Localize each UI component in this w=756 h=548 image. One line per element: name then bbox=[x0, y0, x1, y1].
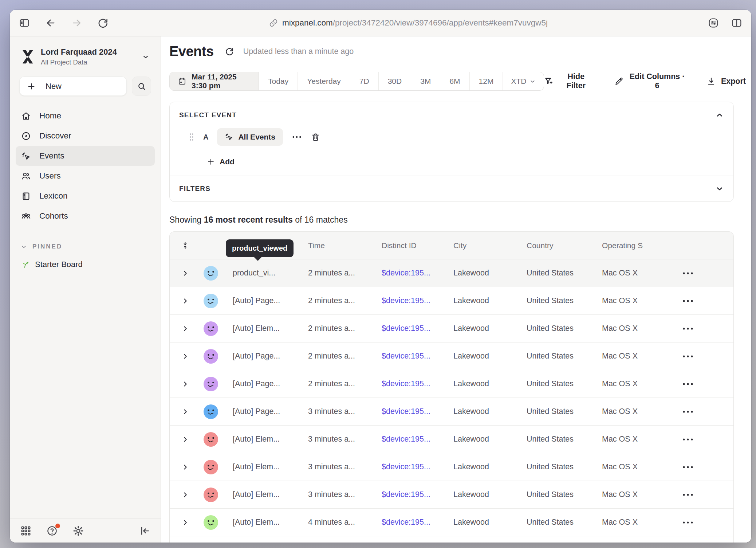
table-row[interactable]: [Auto] Elem...3 minutes a...$device:195.… bbox=[170, 453, 733, 481]
range-yesterday[interactable]: Yesterday bbox=[298, 72, 350, 90]
row-menu-button[interactable] bbox=[682, 327, 693, 330]
time-cell: 4 minutes a... bbox=[308, 518, 382, 527]
row-menu-button[interactable] bbox=[682, 300, 693, 302]
table-row[interactable]: [Auto] Page...2 minutes a...$device:195.… bbox=[170, 370, 733, 398]
range-12m[interactable]: 12M bbox=[470, 72, 503, 90]
distinct-id-link[interactable]: $device:195... bbox=[382, 490, 453, 499]
url-bar[interactable]: mixpanel.com/project/3472420/view/397469… bbox=[109, 18, 708, 28]
table-row[interactable]: [Auto] Page...2 minutes a...$device:195.… bbox=[170, 342, 733, 370]
row-expand-chevron[interactable] bbox=[181, 435, 189, 443]
sidebar-item-events[interactable]: Events bbox=[16, 146, 155, 166]
date-picker[interactable]: Mar 11, 2025 3:30 pm bbox=[170, 72, 259, 90]
range-xtd[interactable]: XTD bbox=[503, 72, 544, 90]
time-cell: 3 minutes a... bbox=[308, 407, 382, 416]
distinct-id-link[interactable]: $device:195... bbox=[382, 379, 453, 388]
browser-reload-icon[interactable] bbox=[97, 17, 109, 29]
table-row[interactable]: [Auto] Elem...2 minutes a...$device:195.… bbox=[170, 315, 733, 342]
column-header-country[interactable]: Country bbox=[527, 241, 602, 250]
collapse-section-chevron-up-icon[interactable] bbox=[715, 111, 724, 120]
row-expand-chevron[interactable] bbox=[181, 269, 189, 277]
row-expand-chevron[interactable] bbox=[181, 352, 189, 360]
sidebar: Lord Farquaad 2024 All Project Data New bbox=[10, 36, 161, 543]
search-button[interactable] bbox=[132, 77, 151, 96]
column-header-city[interactable]: City bbox=[453, 241, 527, 250]
sidebar-item-lexicon[interactable]: Lexicon bbox=[16, 186, 155, 206]
add-event-button[interactable]: Add bbox=[207, 157, 235, 166]
sidebar-item-users[interactable]: Users bbox=[16, 166, 155, 186]
city-cell: Lakewood bbox=[453, 269, 527, 278]
collapse-sidebar-icon[interactable] bbox=[139, 525, 150, 537]
event-name-cell: [Auto] Page... bbox=[233, 407, 308, 416]
range-today[interactable]: Today bbox=[259, 72, 298, 90]
browser-window: mixpanel.com/project/3472420/view/397469… bbox=[10, 10, 751, 543]
table-row[interactable]: [Auto] Page...2 minutes a...$device:195.… bbox=[170, 287, 733, 315]
distinct-id-link[interactable]: $device:195... bbox=[382, 462, 453, 471]
row-expand-chevron[interactable] bbox=[181, 380, 189, 388]
row-expand-chevron[interactable] bbox=[181, 297, 189, 305]
range-3m[interactable]: 3M bbox=[411, 72, 440, 90]
row-menu-button[interactable] bbox=[682, 355, 693, 358]
edit-columns-button[interactable]: Edit Columns · 6 bbox=[614, 72, 685, 90]
event-row-menu-icon[interactable] bbox=[292, 136, 302, 138]
gear-icon[interactable] bbox=[72, 525, 84, 537]
table-row[interactable]: [Auto] Elem...4 minutes a...$device:195.… bbox=[170, 509, 733, 536]
table-row[interactable]: [Auto] Elem...3 minutes a...$device:195.… bbox=[170, 426, 733, 453]
row-menu-button[interactable] bbox=[682, 272, 693, 275]
row-menu-button[interactable] bbox=[682, 493, 693, 496]
row-menu-button[interactable] bbox=[682, 521, 693, 524]
collapse-rows-icon[interactable] bbox=[181, 241, 189, 250]
browser-split-view-icon[interactable] bbox=[731, 17, 743, 29]
row-expand-chevron[interactable] bbox=[181, 491, 189, 499]
row-menu-button[interactable] bbox=[682, 410, 693, 413]
distinct-id-link[interactable]: $device:195... bbox=[382, 518, 453, 527]
sidebar-item-discover[interactable]: Discover bbox=[16, 126, 155, 146]
row-expand-chevron[interactable] bbox=[181, 325, 189, 333]
browser-sidebar-toggle-icon[interactable] bbox=[19, 17, 30, 29]
help-icon[interactable] bbox=[46, 525, 58, 537]
event-avatar-icon bbox=[204, 321, 218, 336]
browser-toolbar: mixpanel.com/project/3472420/view/397469… bbox=[10, 10, 751, 36]
column-header-time[interactable]: Time bbox=[308, 241, 382, 250]
row-menu-button[interactable] bbox=[682, 383, 693, 385]
sidebar-item-home[interactable]: Home bbox=[16, 106, 155, 126]
range-7d[interactable]: 7D bbox=[350, 72, 379, 90]
distinct-id-link[interactable]: $device:195... bbox=[382, 296, 453, 305]
distinct-id-link[interactable]: $device:195... bbox=[382, 435, 453, 444]
column-header-distinct-id[interactable]: Distinct ID bbox=[382, 241, 453, 250]
sidebar-item-cohorts[interactable]: Cohorts bbox=[16, 206, 155, 226]
new-button[interactable]: New bbox=[19, 77, 127, 96]
sidebar-footer bbox=[10, 518, 161, 543]
row-expand-chevron[interactable] bbox=[181, 518, 189, 527]
apps-grid-icon[interactable] bbox=[20, 525, 32, 537]
browser-forward-icon[interactable] bbox=[71, 17, 83, 29]
row-expand-chevron[interactable] bbox=[181, 408, 189, 416]
distinct-id-link[interactable]: $device:195... bbox=[382, 407, 453, 416]
time-cell: 2 minutes a... bbox=[308, 324, 382, 333]
row-menu-button[interactable] bbox=[682, 466, 693, 469]
sidebar-nav: Home Discover Events bbox=[16, 106, 155, 226]
refresh-icon[interactable] bbox=[225, 47, 235, 56]
table-row[interactable] bbox=[170, 536, 733, 543]
row-expand-chevron[interactable] bbox=[181, 463, 189, 471]
export-button[interactable]: Export bbox=[706, 77, 746, 86]
project-switcher[interactable]: Lord Farquaad 2024 All Project Data bbox=[10, 36, 161, 66]
range-30d[interactable]: 30D bbox=[379, 72, 412, 90]
hide-filter-button[interactable]: Hide Filter bbox=[544, 72, 593, 90]
drag-handle-icon[interactable] bbox=[189, 132, 194, 142]
event-selector-chip[interactable]: All Events bbox=[217, 128, 283, 146]
range-6m[interactable]: 6M bbox=[440, 72, 469, 90]
expand-section-chevron-down-icon[interactable] bbox=[715, 184, 724, 193]
sidebar-item-starter-board[interactable]: Starter Board bbox=[21, 260, 161, 269]
trash-icon[interactable] bbox=[311, 132, 320, 142]
distinct-id-link[interactable]: $device:195... bbox=[382, 352, 453, 361]
table-row[interactable]: [Auto] Page...3 minutes a...$device:195.… bbox=[170, 398, 733, 426]
column-header-operating-system[interactable]: Operating S bbox=[602, 241, 676, 250]
browser-page-settings-icon[interactable] bbox=[708, 17, 719, 29]
pinned-section-header[interactable]: PINNED bbox=[21, 243, 161, 250]
row-menu-button[interactable] bbox=[682, 438, 693, 441]
distinct-id-link[interactable]: $device:195... bbox=[382, 324, 453, 333]
time-cell: 3 minutes a... bbox=[308, 435, 382, 444]
distinct-id-link[interactable]: $device:195... bbox=[382, 269, 453, 278]
browser-back-icon[interactable] bbox=[45, 17, 56, 29]
table-row[interactable]: [Auto] Elem...3 minutes a...$device:195.… bbox=[170, 481, 733, 509]
